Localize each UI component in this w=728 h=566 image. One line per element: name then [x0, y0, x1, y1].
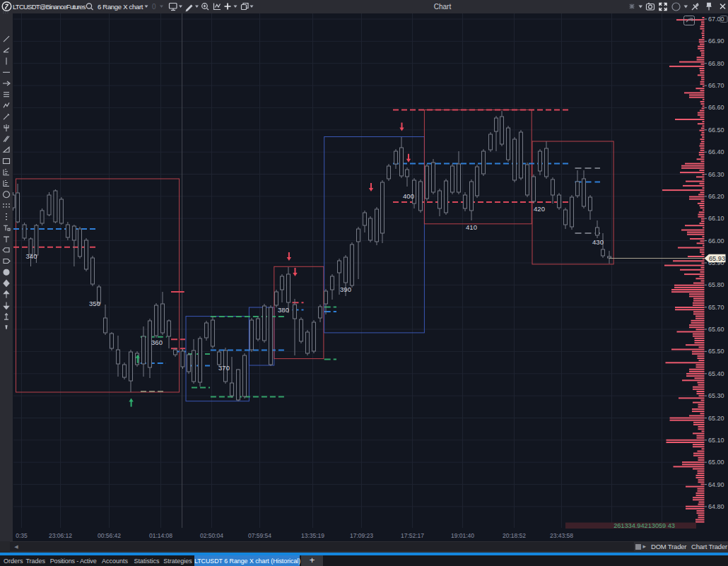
svg-text:66.30: 66.30 — [708, 171, 724, 178]
svg-text:02:50:04: 02:50:04 — [200, 532, 223, 539]
svg-text:65.10: 65.10 — [708, 437, 724, 444]
svg-text:400: 400 — [403, 192, 414, 200]
svg-text:20:18:52: 20:18:52 — [503, 532, 526, 539]
svg-text:17:52:17: 17:52:17 — [401, 532, 424, 539]
svg-text:350: 350 — [89, 300, 100, 307]
svg-text:65.00: 65.00 — [708, 459, 724, 466]
svg-text:0:35: 0:35 — [16, 532, 28, 539]
svg-text:00:56:42: 00:56:42 — [98, 532, 121, 539]
svg-text:65.20: 65.20 — [708, 415, 724, 422]
svg-text:01:14:08: 01:14:08 — [149, 532, 172, 539]
svg-text:410: 410 — [466, 223, 477, 231]
svg-text:261334.94213059 43: 261334.94213059 43 — [613, 522, 675, 529]
svg-text:23:43:58: 23:43:58 — [550, 532, 573, 539]
svg-text:420: 420 — [534, 205, 545, 213]
svg-text:LTCUSDT@BinanceFutures: LTCUSDT@BinanceFutures — [13, 3, 86, 11]
svg-text:23:06:12: 23:06:12 — [49, 532, 72, 539]
svg-text:65.50: 65.50 — [708, 348, 724, 355]
svg-text:370: 370 — [218, 364, 230, 372]
svg-text:390: 390 — [340, 285, 351, 293]
svg-text:66.90: 66.90 — [708, 37, 724, 45]
svg-text:340: 340 — [26, 252, 37, 260]
svg-text:65.30: 65.30 — [708, 392, 724, 399]
svg-text:66.80: 66.80 — [708, 60, 724, 67]
svg-text:66.70: 66.70 — [708, 82, 724, 89]
svg-text:430: 430 — [592, 238, 604, 246]
svg-text:19:01:40: 19:01:40 — [451, 532, 474, 539]
svg-text:66.10: 66.10 — [708, 215, 724, 222]
svg-text:0: 0 — [152, 3, 156, 11]
svg-text:65.80: 65.80 — [708, 281, 724, 288]
svg-text:64.80: 64.80 — [708, 503, 724, 510]
svg-text:67.00: 67.00 — [708, 16, 724, 23]
svg-text:Chart: Chart — [434, 3, 452, 11]
svg-text:65.70: 65.70 — [708, 304, 724, 311]
svg-text:380: 380 — [278, 306, 289, 314]
svg-text:66.60: 66.60 — [708, 104, 724, 111]
svg-text:17:09:23: 17:09:23 — [350, 532, 373, 539]
svg-text:66.40: 66.40 — [708, 148, 724, 155]
svg-text:360: 360 — [151, 338, 163, 346]
svg-text:66.20: 66.20 — [708, 193, 724, 200]
svg-text:07:59:54: 07:59:54 — [248, 532, 271, 539]
svg-text:65.93: 65.93 — [709, 255, 725, 262]
svg-text:66.00: 66.00 — [708, 237, 724, 244]
svg-text:65.40: 65.40 — [708, 370, 724, 377]
svg-text:6 Range X chart: 6 Range X chart — [98, 3, 143, 11]
svg-text:64.90: 64.90 — [708, 481, 724, 488]
svg-text:65.60: 65.60 — [708, 326, 724, 333]
svg-text:13:35:19: 13:35:19 — [301, 532, 324, 539]
svg-text:66.50: 66.50 — [708, 126, 724, 134]
